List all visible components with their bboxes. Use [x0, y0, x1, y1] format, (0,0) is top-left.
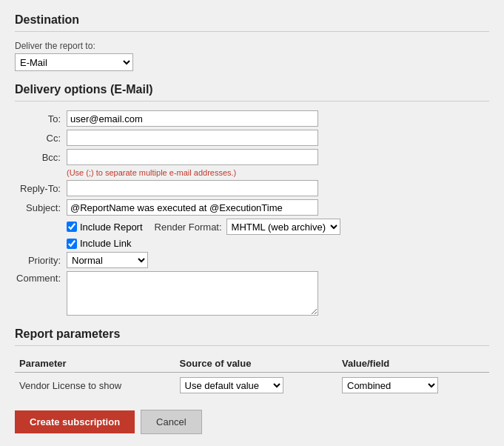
value-select[interactable]: Combined Option A Option B: [342, 377, 438, 393]
subject-label: Subject:: [15, 202, 67, 213]
button-row: Create subscription Cancel: [15, 410, 489, 434]
param-name-cell: Vendor License to show: [15, 373, 175, 399]
priority-row: Priority: Normal Low High: [15, 252, 489, 268]
param-value-cell: Combined Option A Option B: [337, 373, 489, 399]
report-params-section: Report parameters Parameter Source of va…: [15, 327, 489, 398]
include-report-checkbox[interactable]: [67, 222, 77, 232]
bcc-label: Bcc:: [15, 152, 67, 163]
cancel-button[interactable]: Cancel: [141, 410, 201, 434]
main-container: Destination Deliver the report to: E-Mai…: [0, 0, 504, 446]
include-link-checkbox[interactable]: [67, 239, 77, 249]
cc-label: Cc:: [15, 133, 67, 144]
to-input[interactable]: [67, 110, 318, 127]
comment-label: Comment:: [15, 271, 67, 284]
email-hint: (Use (;) to separate multiple e-mail add…: [67, 168, 489, 177]
cc-field-group: Cc:: [15, 130, 489, 146]
params-header-row: Parameter Source of value Value/field: [15, 355, 489, 373]
include-report-label: Include Report: [80, 222, 143, 233]
table-row: Vendor License to show Use default value…: [15, 373, 489, 399]
col-value: Value/field: [337, 355, 489, 373]
create-subscription-button[interactable]: Create subscription: [15, 410, 135, 433]
delivery-title: Delivery options (E-Mail): [15, 83, 489, 96]
to-label: To:: [15, 113, 67, 124]
source-select[interactable]: Use default value Enter a value No value: [180, 377, 283, 393]
subject-input[interactable]: [67, 199, 318, 216]
render-format-group: Render Format: MHTML (web archive) PDF E…: [155, 219, 340, 235]
include-report-item: Include Report: [67, 222, 143, 233]
priority-label: Priority:: [15, 255, 67, 266]
subject-field-group: Subject:: [15, 199, 489, 216]
comment-input[interactable]: [67, 271, 318, 316]
col-source: Source of value: [175, 355, 337, 373]
delivery-section: Delivery options (E-Mail) To: Cc: Bcc: (…: [15, 83, 489, 316]
report-params-title: Report parameters: [15, 327, 489, 341]
include-report-row: Include Report Render Format: MHTML (web…: [67, 219, 489, 235]
col-parameter: Parameter: [15, 355, 175, 373]
comment-row: Comment:: [15, 271, 489, 316]
to-field-group: To:: [15, 110, 489, 127]
render-format-select[interactable]: MHTML (web archive) PDF Excel CSV: [226, 219, 340, 235]
params-table: Parameter Source of value Value/field Ve…: [15, 355, 489, 398]
destination-section: Destination Deliver the report to: E-Mai…: [15, 13, 489, 71]
reply-to-field-group: Reply-To:: [15, 180, 489, 196]
bcc-input[interactable]: [67, 149, 318, 165]
reply-to-input[interactable]: [67, 180, 318, 196]
include-link-row: Include Link: [67, 238, 489, 249]
render-format-label: Render Format:: [155, 222, 222, 233]
bcc-field-group: Bcc:: [15, 149, 489, 165]
param-source-cell: Use default value Enter a value No value: [175, 373, 337, 399]
priority-select[interactable]: Normal Low High: [67, 252, 148, 268]
destination-select[interactable]: E-Mail File Share Print: [15, 53, 133, 71]
cc-input[interactable]: [67, 130, 318, 146]
destination-title: Destination: [15, 13, 489, 27]
deliver-label: Deliver the report to:: [15, 41, 489, 51]
include-link-item: Include Link: [67, 238, 131, 249]
reply-to-label: Reply-To:: [15, 183, 67, 194]
include-link-label: Include Link: [80, 238, 131, 249]
